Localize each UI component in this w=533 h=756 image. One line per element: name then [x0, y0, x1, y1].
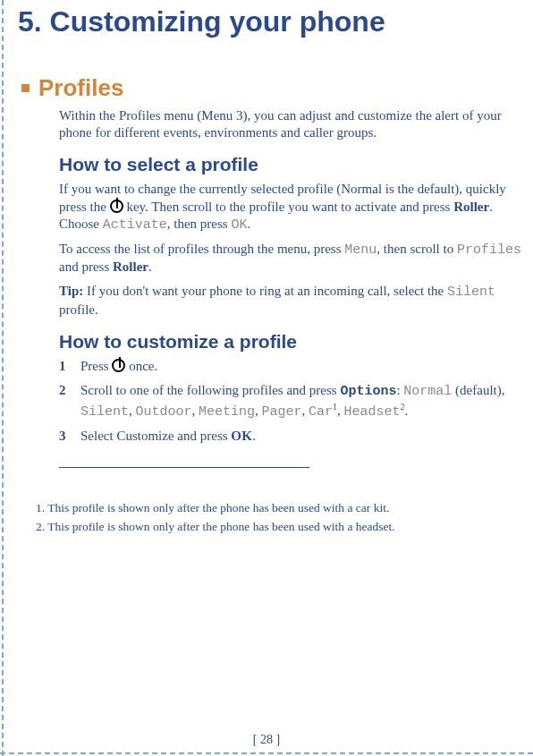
- footnote-rule: [59, 467, 309, 468]
- ok-bold: OK: [231, 429, 252, 443]
- text: To access the list of profiles through t…: [59, 242, 344, 256]
- power-key-icon: [112, 359, 125, 372]
- text: Press: [80, 359, 112, 373]
- text: .: [247, 217, 250, 231]
- step-body: Press once.: [80, 358, 522, 376]
- menu-mono: Menu: [344, 242, 376, 258]
- silent-mono: Silent: [80, 404, 129, 420]
- text: , then scroll to: [376, 242, 457, 256]
- headset-mono: Headset: [344, 404, 401, 420]
- meeting-mono: Meeting: [199, 404, 255, 420]
- bottom-dashed-border: [0, 752, 533, 754]
- text: , then press: [167, 217, 232, 231]
- customize-label: Customize: [116, 429, 173, 443]
- customize-heading: How to customize a profile: [59, 331, 522, 353]
- options-mono-bold: Options: [340, 384, 396, 399]
- select-heading: How to select a profile: [59, 154, 522, 175]
- text: Scroll to one of the following profiles …: [80, 383, 340, 397]
- section-title: Profiles: [38, 74, 123, 102]
- pager-mono: Pager: [262, 404, 302, 420]
- section-content: Within the Profiles menu (Menu 3), you c…: [59, 107, 522, 446]
- step-item: 1 Press once.: [59, 358, 522, 376]
- text: ,: [337, 403, 344, 418]
- page-content: 5. Customizing your phone Profiles Withi…: [0, 0, 533, 535]
- text: .: [148, 259, 152, 274]
- text: ,: [302, 403, 309, 418]
- text: If you don't want your phone to ring at …: [83, 284, 447, 298]
- step-body: Scroll to one of the following profiles …: [80, 382, 522, 420]
- text: .: [405, 403, 409, 418]
- select-para-2: To access the list of profiles through t…: [59, 241, 522, 276]
- roller-label: Roller: [113, 259, 148, 274]
- silent-mono: Silent: [447, 285, 495, 300]
- step-item: 3 Select Customize and press OK.: [59, 428, 522, 446]
- footnote-2: 2. This profile is shown only after the …: [36, 519, 522, 535]
- text: Select: [80, 429, 116, 443]
- text: .: [252, 429, 256, 443]
- step-number: 1: [59, 358, 72, 376]
- text: key. Then scroll to the profile you want…: [123, 200, 453, 214]
- text: ,: [129, 403, 136, 418]
- select-para-1: If you want to change the currently sele…: [59, 181, 522, 234]
- car-mono: Car: [309, 404, 333, 420]
- text: (default),: [452, 383, 504, 397]
- footnote-1: 1. This profile is shown only after the …: [36, 500, 522, 516]
- chapter-title: 5. Customizing your phone: [18, 0, 522, 38]
- text: and press: [174, 429, 232, 443]
- step-number: 2: [59, 382, 72, 420]
- ok-mono: OK: [231, 217, 247, 233]
- normal-mono: Normal: [403, 384, 452, 399]
- text: profile.: [59, 302, 98, 317]
- step-list: 1 Press once. 2 Scroll to one of the fol…: [59, 358, 522, 446]
- power-key-icon: [110, 200, 123, 213]
- activate-mono: Activate: [103, 217, 167, 233]
- section-header-row: Profiles: [18, 74, 522, 102]
- step-number: 3: [59, 428, 72, 446]
- footnotes: 1. This profile is shown only after the …: [36, 500, 522, 535]
- tip-label: Tip:: [59, 284, 83, 298]
- profiles-mono: Profiles: [457, 242, 521, 258]
- tip-para: Tip: If you don't want your phone to rin…: [59, 283, 522, 318]
- text: and press: [59, 259, 113, 274]
- text: once.: [125, 359, 157, 373]
- roller-label: Roller: [453, 200, 489, 214]
- outdoor-mono: Outdoor: [136, 404, 192, 420]
- section-intro: Within the Profiles menu (Menu 3), you c…: [59, 107, 522, 141]
- step-body: Select Customize and press OK.: [80, 428, 522, 446]
- text: ,: [255, 403, 262, 418]
- bullet-icon: [21, 84, 30, 92]
- page-number: [ 28 ]: [0, 733, 533, 747]
- text: ,: [192, 403, 199, 418]
- step-item: 2 Scroll to one of the following profile…: [59, 382, 522, 420]
